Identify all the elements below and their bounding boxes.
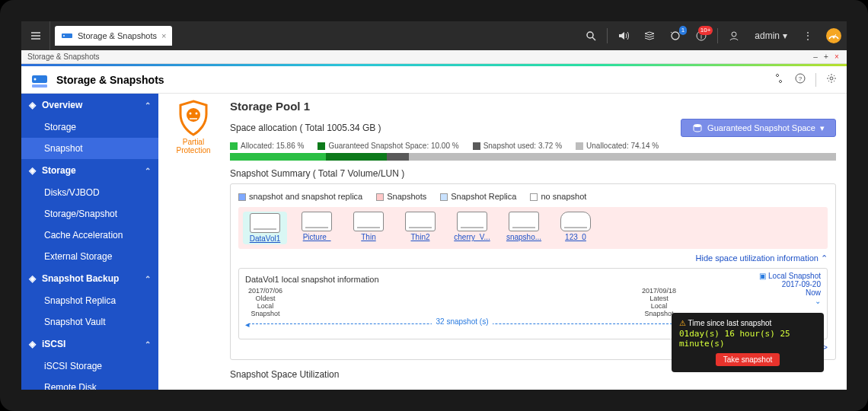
volume-name: Thin: [346, 233, 391, 241]
sidebar-group-overview[interactable]: ◈Overview⌃: [21, 94, 158, 116]
take-snapshot-button[interactable]: Take snapshot: [716, 353, 780, 366]
dashboard-icon[interactable]: [821, 21, 847, 50]
db-icon: [692, 123, 703, 133]
tab-label: Storage & Snapshots: [78, 31, 157, 40]
svg-point-6: [732, 32, 736, 37]
volume-icon[interactable]: [611, 21, 637, 50]
drive-icon: [509, 212, 539, 231]
sidebar-item-snapshot-replica[interactable]: Snapshot Replica: [21, 290, 158, 311]
sidebar-item-cache-acceleration[interactable]: Cache Acceleration: [21, 225, 158, 246]
svg-point-14: [830, 77, 833, 80]
svg-point-3: [672, 32, 679, 40]
info-badge: 10+: [698, 26, 713, 35]
volume-picture_[interactable]: Picture_: [295, 212, 339, 244]
volume-name: Picture_: [295, 233, 339, 241]
user-menu[interactable]: admin ▾: [747, 30, 795, 41]
volume-name: cherry_V...: [450, 233, 494, 241]
svg-point-2: [587, 32, 593, 38]
tab-close-icon[interactable]: ×: [161, 31, 166, 40]
legend-item: Allocated: 15.86 %: [230, 142, 304, 150]
svg-point-16: [190, 113, 192, 115]
volume-thin2[interactable]: Thin2: [398, 212, 442, 244]
volume-name: DataVol1: [244, 234, 286, 243]
svg-rect-11: [32, 84, 47, 88]
drive-icon: [302, 212, 332, 231]
storage-icon: [61, 30, 73, 42]
sidebar-item-storage-snapshot[interactable]: Storage/Snapshot: [21, 203, 158, 225]
volume-thin[interactable]: Thin: [346, 212, 391, 244]
volume-name: Thin2: [398, 233, 442, 241]
legend-item: Snapshot used: 3.72 %: [473, 142, 562, 150]
group-icon: ◈: [29, 339, 36, 349]
sidebar-item-snapshot-vault[interactable]: Snapshot Vault: [21, 311, 158, 333]
group-icon: ◈: [29, 165, 36, 176]
sidebar-item-storage[interactable]: Storage: [21, 116, 158, 138]
tab-storage-snapshots[interactable]: Storage & Snapshots ×: [55, 26, 172, 46]
popover-title: Time since last snapshot: [688, 319, 772, 327]
sidebar-item-snapshot[interactable]: Snapshot: [21, 138, 158, 159]
sidebar-group-snapshot-backup[interactable]: ◈Snapshot Backup⌃: [21, 267, 158, 290]
sidebar-item-remote-disk[interactable]: Remote Disk: [21, 377, 158, 398]
sidebar-group-iscsi[interactable]: ◈iSCSI⌃: [21, 333, 158, 355]
volume-cherry_v[interactable]: cherry_V...: [450, 212, 494, 244]
stack-icon[interactable]: [637, 21, 662, 50]
bar-segment: [326, 153, 387, 161]
drive-icon: [250, 213, 280, 233]
svg-text:?: ?: [799, 75, 803, 82]
sidebar-item-external-storage[interactable]: External Storage: [21, 246, 158, 267]
protection-label: Partial Protection: [169, 138, 218, 155]
svg-point-18: [694, 124, 701, 127]
info-icon[interactable]: i 10+: [688, 21, 714, 50]
btn-label: Guaranteed Snapshot Space: [707, 123, 815, 132]
sidebar-item-iscsi-storage[interactable]: iSCSI Storage: [21, 355, 158, 377]
sidebar-item-disks-vjbod[interactable]: Disks/VJBOD: [21, 182, 158, 203]
storage-snapshots-icon: [30, 71, 49, 89]
summary-legend-item: snapshot and snapshot replica: [238, 192, 362, 201]
window-minimize[interactable]: –: [812, 53, 819, 61]
legend-item: Unallocated: 74.14 %: [576, 142, 659, 150]
svg-point-15: [187, 108, 200, 122]
summary-title: Snapshot Summary ( Total 7 Volume/LUN ): [230, 168, 836, 179]
more-icon[interactable]: ⋮: [795, 21, 821, 50]
chevron-up-icon: ⌃: [145, 167, 151, 175]
volume-name: 123_0: [554, 233, 598, 241]
window-maximize[interactable]: +: [822, 53, 830, 61]
volume-123_0[interactable]: 123_0: [554, 212, 598, 244]
sidebar: ◈Overview⌃StorageSnapshot◈Storage⌃Disks/…: [21, 94, 158, 411]
hamburger-menu[interactable]: [21, 21, 50, 50]
group-icon: ◈: [29, 273, 36, 284]
notification-badge: 1: [679, 26, 687, 35]
chevron-up-icon: ⌃: [145, 275, 151, 283]
warning-icon: ⚠: [679, 319, 686, 327]
user-icon[interactable]: [721, 21, 747, 50]
volume-name: snapsho...: [502, 233, 546, 241]
volume-snapsho[interactable]: snapsho...: [502, 212, 546, 244]
tools-icon[interactable]: [773, 72, 785, 88]
sidebar-group-storage[interactable]: ◈Storage⌃: [21, 159, 158, 182]
protection-shield: Partial Protection: [169, 100, 218, 155]
legend-item: Guaranteed Snapshot Space: 10.00 %: [318, 142, 458, 150]
camera-icon: ▣: [759, 272, 766, 280]
bar-segment: [387, 153, 410, 161]
guaranteed-snapshot-space-button[interactable]: Guaranteed Snapshot Space ▾: [681, 119, 836, 137]
hide-space-link[interactable]: Hide space utilization information ⌃: [238, 253, 828, 263]
svg-point-10: [34, 78, 37, 80]
volume-datavol1[interactable]: DataVol1: [243, 212, 287, 244]
svg-point-1: [63, 35, 65, 37]
oldest-label: Oldest Local Snapshot: [248, 295, 282, 317]
summary-legend-item: no snapshot: [530, 192, 586, 201]
oldest-date: 2017/07/06: [248, 287, 282, 295]
search-icon[interactable]: [578, 21, 604, 50]
chevron-down-icon: ▾: [820, 123, 825, 133]
sidebar-item-lun-backup[interactable]: LUN Backup: [21, 398, 158, 411]
snapshot-count: 32 snapshot (s): [432, 317, 493, 326]
svg-point-17: [196, 113, 198, 115]
window-close[interactable]: ×: [833, 53, 841, 61]
latest-date: 2017/09/18: [642, 287, 676, 295]
notification-icon[interactable]: 1: [662, 21, 688, 50]
gear-icon[interactable]: [825, 72, 838, 88]
bar-segment: [230, 153, 326, 161]
help-icon[interactable]: ?: [794, 72, 806, 88]
group-icon: ◈: [29, 100, 36, 110]
breadcrumb: Storage & Snapshots: [27, 53, 100, 61]
